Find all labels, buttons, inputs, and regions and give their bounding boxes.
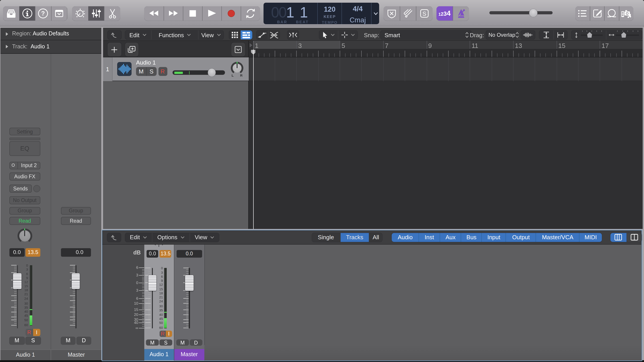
svg-text:S: S [422,10,426,17]
svg-text:?: ? [42,10,45,17]
